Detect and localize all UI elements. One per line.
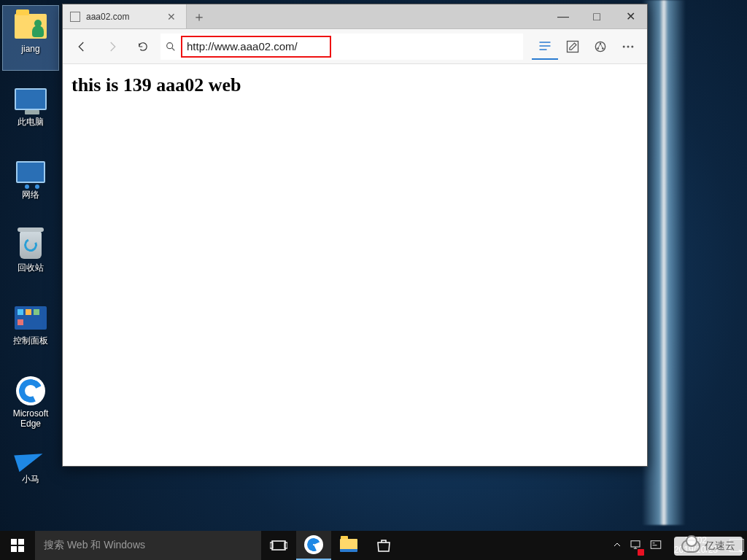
forward-button[interactable] [99,34,125,60]
desktop-icon-user-folder[interactable]: jiang [3,6,58,70]
wallpaper-lightbeam [642,0,686,525]
desktop: jiang 此电脑 网络 回收站 控制面板 Microsoft Edge [0,0,747,560]
taskbar-app-edge[interactable] [296,531,331,560]
svg-point-7 [627,45,630,47]
desktop-icon-xiaoma[interactable]: 小马 [3,436,58,500]
edge-icon [13,375,48,407]
search-placeholder: 搜索 Web 和 Windows [44,539,145,552]
tray-overflow-button[interactable] [613,540,622,551]
browser-tab[interactable]: aaa02.com ✕ [63,4,187,28]
desktop-icon-recycle-bin[interactable]: 回收站 [3,225,58,289]
taskbar-app-store[interactable] [366,531,401,560]
arrow-right-icon [106,40,119,53]
edge-browser-window: aaa02.com ✕ ＋ — □ ✕ [62,4,648,467]
reading-list-icon [538,39,552,53]
ellipsis-icon [621,39,635,54]
browser-toolbar [63,29,647,64]
tab-close-button[interactable]: ✕ [164,11,179,23]
reading-view-button[interactable] [532,34,558,60]
folder-user-icon [13,10,48,42]
taskbar-search[interactable]: 搜索 Web 和 Windows [35,531,261,560]
svg-point-8 [631,45,633,47]
this-pc-icon [13,83,48,115]
refresh-button[interactable] [130,34,156,60]
store-icon [375,537,392,554]
toolbar-right [532,34,641,60]
tab-strip: aaa02.com ✕ ＋ — □ ✕ [63,4,647,29]
ime-icon [649,538,662,551]
pen-icon [565,39,580,54]
url-input[interactable] [181,36,331,58]
chevron-up-icon [613,540,622,549]
task-view-icon [270,537,287,554]
svg-rect-1 [568,41,578,52]
back-button[interactable] [69,34,95,60]
windows-logo-icon [11,539,24,552]
share-button[interactable] [587,34,614,60]
svg-rect-12 [631,540,640,546]
watermark-text: 亿速云 [705,540,735,553]
network-error-badge [638,549,644,556]
desktop-icon-network[interactable]: 网络 [3,152,58,216]
svg-rect-9 [272,541,285,550]
tray-ime-button[interactable] [649,538,662,553]
web-note-button[interactable] [560,34,586,60]
page-content: this is 139 aaa02 web [63,64,647,466]
maximize-button[interactable]: □ [580,4,614,28]
desktop-icon-label: Microsoft Edge [13,408,49,429]
paper-plane-icon [13,440,48,472]
desktop-icon-label: 回收站 [18,262,44,273]
address-bar [160,34,523,60]
desktop-icon-label: 网络 [22,190,39,200]
svg-point-0 [167,42,173,48]
taskbar-apps [261,531,401,560]
refresh-icon [136,40,150,53]
close-button[interactable]: ✕ [614,4,647,28]
desktop-icon-control-panel[interactable]: 控制面板 [3,298,58,362]
taskbar-app-file-explorer[interactable] [331,531,366,560]
tab-title: aaa02.com [86,12,164,22]
more-button[interactable] [615,34,641,60]
window-controls: — □ ✕ [546,4,647,28]
start-button[interactable] [0,531,35,560]
desktop-icon-label: 小马 [22,474,39,484]
search-icon[interactable] [160,41,181,52]
desktop-icon-label: 此电脑 [18,117,44,127]
page-icon [70,12,80,22]
tray-network-button[interactable] [629,538,642,553]
desktop-icon-this-pc[interactable]: 此电脑 [3,79,58,143]
task-view-button[interactable] [261,531,296,560]
arrow-left-icon [75,40,88,53]
new-tab-button[interactable]: ＋ [187,4,212,28]
svg-rect-13 [651,540,661,548]
page-heading: this is 139 aaa02 web [71,74,638,96]
cloud-icon [681,540,700,553]
file-explorer-icon [340,539,357,552]
desktop-icon-label: 控制面板 [13,335,48,346]
control-panel-icon [13,302,48,334]
desktop-icon-label: jiang [21,44,39,54]
taskbar: 搜索 Web 和 Windows [0,531,747,560]
svg-point-6 [623,45,625,47]
recycle-bin-icon [13,229,48,261]
desktop-icons: jiang 此电脑 网络 回收站 控制面板 Microsoft Edge [3,6,58,500]
desktop-icon-edge[interactable]: Microsoft Edge [3,370,58,435]
share-icon [593,39,608,54]
minimize-button[interactable]: — [546,4,580,28]
network-icon [13,156,48,188]
watermark: 亿速云 [674,537,743,556]
edge-icon [304,535,323,554]
